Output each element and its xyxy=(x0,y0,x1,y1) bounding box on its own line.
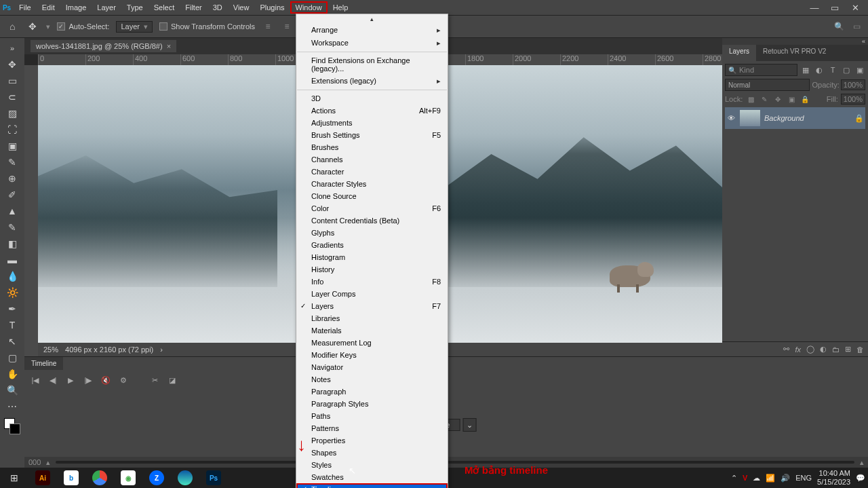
close-icon[interactable]: × xyxy=(167,42,171,50)
layer-row[interactable]: 👁 Background 🔒 xyxy=(725,107,865,129)
menu-layer[interactable]: Layer xyxy=(92,1,121,14)
doc-info[interactable]: 4096 px x 2160 px (72 ppi) xyxy=(65,345,153,354)
menu-character-styles[interactable]: Character Styles xyxy=(296,178,448,190)
shape-tool[interactable]: ▢ xyxy=(4,350,20,365)
taskbar-app-bing[interactable]: b xyxy=(57,468,85,488)
taskbar-app-photoshop[interactable]: Ps xyxy=(199,468,228,488)
group-icon[interactable]: 🗀 xyxy=(832,345,840,354)
menu-edit[interactable]: Edit xyxy=(37,1,60,14)
scroll-up-icon[interactable]: ▴ xyxy=(296,14,448,24)
type-tool[interactable]: T xyxy=(4,318,20,333)
start-button[interactable]: ⊞ xyxy=(0,468,28,488)
close-button[interactable]: ✕ xyxy=(849,3,861,13)
layer-filter-kind[interactable]: 🔍 Kind xyxy=(725,64,797,76)
delete-icon[interactable]: 🗑 xyxy=(856,345,864,354)
filter-pixel-icon[interactable]: ▦ xyxy=(800,64,811,75)
menu-content-credentials-beta-[interactable]: Content Credentials (Beta) xyxy=(296,214,448,227)
timeline-type-dropdown[interactable]: ⌄ xyxy=(462,418,476,432)
collapse-icon[interactable]: » xyxy=(4,41,20,56)
menu-paragraph[interactable]: Paragraph xyxy=(296,386,448,398)
menu-styles[interactable]: Styles xyxy=(296,459,448,471)
lock-artboard-icon[interactable]: ▣ xyxy=(786,94,797,105)
menu-clone-source[interactable]: Clone Source xyxy=(296,190,448,202)
align-center-icon[interactable]: ≡ xyxy=(281,20,293,33)
menu-glyphs[interactable]: Glyphs xyxy=(296,227,448,239)
menu-layers[interactable]: LayersF7 xyxy=(296,300,448,312)
tray-av-icon[interactable]: V xyxy=(743,474,747,482)
taskbar-app-coccoc[interactable]: ◉ xyxy=(114,468,142,488)
taskbar-app-zalo[interactable]: Z xyxy=(142,468,171,488)
menu-libraries[interactable]: Libraries xyxy=(296,312,448,324)
layer-thumbnail[interactable] xyxy=(740,110,760,126)
menu-window[interactable]: Window xyxy=(290,1,328,14)
lock-paint-icon[interactable]: ✎ xyxy=(759,94,770,105)
tray-wifi-icon[interactable]: 📶 xyxy=(766,474,775,483)
lock-transparency-icon[interactable]: ▩ xyxy=(745,94,756,105)
transition-icon[interactable]: ◪ xyxy=(167,376,178,385)
path-tool[interactable]: ↖ xyxy=(4,334,20,349)
taskbar-app-edge[interactable] xyxy=(171,468,199,488)
timeline-tab[interactable]: Timeline xyxy=(24,357,63,370)
adjustment-icon[interactable]: ◐ xyxy=(820,345,827,354)
zoom-level[interactable]: 25% xyxy=(43,345,58,354)
filter-adjust-icon[interactable]: ◐ xyxy=(814,64,825,75)
scissors-icon[interactable]: ✂ xyxy=(149,376,160,385)
settings-icon[interactable]: ⚙ xyxy=(118,376,129,385)
menu-paths[interactable]: Paths xyxy=(296,410,448,422)
tray-sound-icon[interactable]: 🔊 xyxy=(781,474,790,483)
menu-paragraph-styles[interactable]: Paragraph Styles xyxy=(296,398,448,410)
tray-lang[interactable]: ENG xyxy=(795,474,812,482)
menu-channels[interactable]: Channels xyxy=(296,153,448,166)
menu-image[interactable]: Image xyxy=(60,1,92,14)
crop-tool[interactable]: ⛶ xyxy=(4,122,20,137)
taskbar-app-illustrator[interactable]: Ai xyxy=(28,468,57,488)
next-frame-icon[interactable]: |▶ xyxy=(83,376,94,385)
menu-navigator[interactable]: Navigator xyxy=(296,361,448,373)
menu-timeline[interactable]: Timeline xyxy=(296,483,448,488)
tray-chevron-icon[interactable]: ⌃ xyxy=(731,474,737,483)
auto-select-target[interactable]: Layer▾ xyxy=(116,21,153,33)
menu-swatches[interactable]: Swatches xyxy=(296,471,448,483)
selection-tool[interactable]: ▨ xyxy=(4,106,20,121)
healing-tool[interactable]: ⊕ xyxy=(4,171,20,186)
tl-zoom-out-icon[interactable]: ▴ xyxy=(46,458,50,467)
menu-character[interactable]: Character xyxy=(296,166,448,178)
blend-mode[interactable]: Normal xyxy=(725,79,810,91)
taskbar-app-chrome[interactable] xyxy=(85,468,114,488)
chevron-right-icon[interactable]: › xyxy=(160,345,163,354)
menu-file[interactable]: File xyxy=(14,1,37,14)
hand-tool[interactable]: ✋ xyxy=(4,367,20,381)
filter-type-icon[interactable]: T xyxy=(827,64,838,75)
play-icon[interactable]: ▶ xyxy=(65,376,76,385)
filter-smart-icon[interactable]: ▣ xyxy=(854,64,865,75)
lock-icon[interactable]: 🔒 xyxy=(854,114,864,123)
gradient-tool[interactable]: ▬ xyxy=(4,252,20,267)
show-transform-checkbox[interactable]: Show Transform Controls xyxy=(159,22,255,31)
menu-view[interactable]: View xyxy=(228,1,255,14)
menu-layer-comps[interactable]: Layer Comps xyxy=(296,288,448,300)
tl-zoom-slider[interactable] xyxy=(56,461,854,464)
workspace-icon[interactable]: ▭ xyxy=(850,20,863,33)
new-layer-icon[interactable]: ⊞ xyxy=(845,345,851,354)
menu-brush-settings[interactable]: Brush SettingsF5 xyxy=(296,129,448,141)
tray-clock[interactable]: 10:40 AM 5/15/2023 xyxy=(817,469,850,487)
mask-icon[interactable]: ◯ xyxy=(806,345,814,354)
move-tool[interactable]: ✥ xyxy=(4,57,20,72)
restore-button[interactable]: ▭ xyxy=(829,3,841,13)
menu-3d[interactable]: 3D xyxy=(296,92,448,105)
lock-position-icon[interactable]: ✥ xyxy=(772,94,783,105)
menu-actions[interactable]: ActionsAlt+F9 xyxy=(296,105,448,117)
retouch-tab[interactable]: Retouch VR PRO V2 xyxy=(756,45,833,61)
brush-tool[interactable]: ✐ xyxy=(4,187,20,202)
menu-workspace[interactable]: Workspace▸ xyxy=(296,37,448,50)
frame-tool[interactable]: ▣ xyxy=(4,138,20,153)
menu-history[interactable]: History xyxy=(296,263,448,276)
menu-extensions-legacy[interactable]: Extensions (legacy)▸ xyxy=(296,75,448,88)
marquee-tool[interactable]: ▭ xyxy=(4,73,20,88)
menu-arrange[interactable]: Arrange▸ xyxy=(296,24,448,37)
tl-zoom-in-icon[interactable]: ▴ xyxy=(860,458,864,467)
minimize-button[interactable]: — xyxy=(808,3,821,13)
opacity-value[interactable]: 100% xyxy=(841,79,865,90)
menu-help[interactable]: Help xyxy=(328,1,354,14)
history-brush-tool[interactable]: ✎ xyxy=(4,220,20,235)
